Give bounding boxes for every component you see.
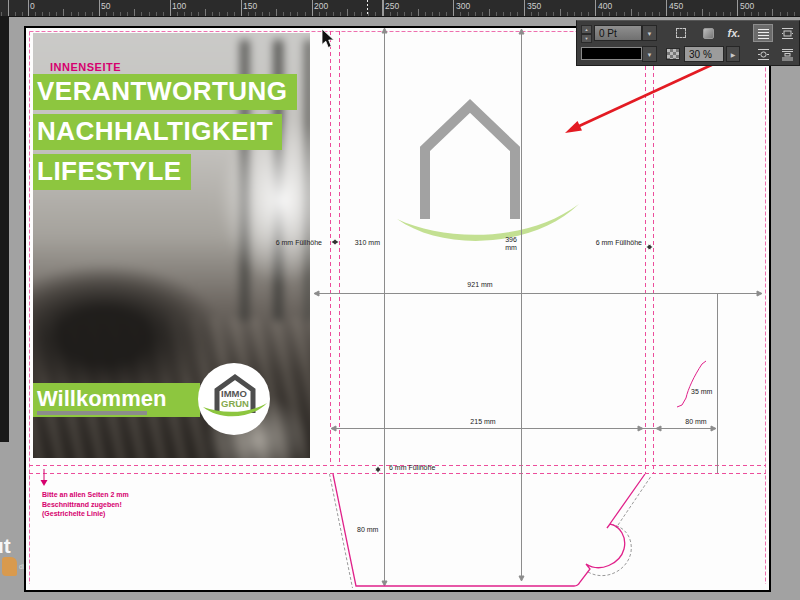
logo-text-gruen: GRÜN bbox=[221, 398, 249, 409]
ruler-label: 150 bbox=[243, 1, 257, 11]
opacity-apply-icon[interactable]: ▶ bbox=[726, 46, 740, 62]
transparency-checker-icon[interactable] bbox=[666, 48, 680, 60]
left-dock-strip bbox=[0, 16, 9, 442]
immogruen-logo-badge: IMMO GRÜN bbox=[198, 363, 270, 435]
measure-80-bottom: 80 mm bbox=[357, 526, 378, 533]
ruler-label: 50 bbox=[101, 1, 110, 11]
swatch-dropdown-icon[interactable]: ▼ bbox=[642, 46, 657, 62]
wrap-bounding-box-icon[interactable] bbox=[777, 24, 797, 42]
no-text-wrap-icon[interactable] bbox=[753, 24, 773, 42]
mouse-cursor-icon bbox=[321, 28, 336, 49]
ruler-position-marker bbox=[367, 0, 368, 16]
measure-80-right: 80 mm bbox=[666, 418, 726, 425]
bleed-note: Bitte an allen Seiten 2 mm Beschnittrand… bbox=[42, 490, 129, 519]
stroke-weight-field[interactable]: 0 Pt bbox=[594, 25, 642, 41]
ruler-label: 250 bbox=[385, 1, 399, 11]
measure-396-value: 396 bbox=[497, 236, 525, 243]
watermark-logo-fragment bbox=[2, 557, 17, 576]
ruler-label: 500 bbox=[740, 1, 754, 11]
stroke-weight-dropdown-icon[interactable]: ▼ bbox=[642, 25, 657, 41]
drop-shadow-icon[interactable] bbox=[699, 25, 717, 41]
jump-object-icon[interactable] bbox=[777, 45, 797, 63]
ruler-label: 300 bbox=[456, 1, 470, 11]
headline-block: VERANTWORTUNG NACHHALTIGKEIT LIFESTYLE bbox=[33, 74, 297, 190]
stepper-down-icon[interactable]: ▼ bbox=[581, 34, 592, 43]
control-panel: ▲ ▼ 0 Pt ▼ fx. ▼ bbox=[576, 20, 800, 66]
ruler-label: 0 bbox=[30, 1, 35, 11]
measure-fill-left: 6 mm Füllhöhe bbox=[252, 239, 322, 246]
headline-bar: LIFESTYLE bbox=[33, 154, 191, 190]
headline-bar: VERANTWORTUNG bbox=[33, 74, 297, 110]
application-window: ut di INNENSEITE VERANTWORTUNG NACHHALTI… bbox=[0, 0, 800, 600]
welcome-band: Willkommen bbox=[33, 383, 200, 417]
measure-396-unit: mm bbox=[497, 244, 525, 251]
ruler-label: 200 bbox=[314, 1, 328, 11]
measure-fill-right: 6 mm Füllhöhe bbox=[572, 239, 642, 246]
wrap-object-shape-icon[interactable] bbox=[753, 45, 773, 63]
measure-35: 35 mm bbox=[691, 388, 712, 395]
immogruen-logo-icon: IMMO GRÜN bbox=[198, 363, 270, 435]
ruler-label: 350 bbox=[527, 1, 541, 11]
welcome-underline bbox=[37, 411, 147, 415]
stroke-style-icon[interactable] bbox=[672, 25, 690, 41]
ruler-label: 100 bbox=[172, 1, 186, 11]
bleed-note-line: Bitte an allen Seiten 2 mm bbox=[42, 490, 129, 500]
measure-215: 215 mm bbox=[453, 418, 513, 425]
horizontal-ruler: 0 50 100 150 200 250 300 350 400 450 500 bbox=[0, 0, 800, 17]
ruler-label: 450 bbox=[669, 1, 683, 11]
measure-total-width: 921 mm bbox=[450, 281, 510, 288]
welcome-text: Willkommen bbox=[37, 386, 166, 412]
kicker-label: INNENSEITE bbox=[50, 61, 121, 73]
bleed-note-line: (Gestrichelte Linie) bbox=[42, 509, 129, 519]
stroke-color-swatch[interactable] bbox=[581, 47, 642, 60]
measure-310: 310 mm bbox=[344, 239, 380, 246]
bleed-note-line: Beschnittrand zugeben! bbox=[42, 500, 129, 510]
stepper-up-icon[interactable]: ▲ bbox=[581, 25, 592, 34]
ruler-label: 400 bbox=[598, 1, 612, 11]
measure-fill-bottom: 6 mm Füllhöhe bbox=[389, 464, 435, 471]
headline-bar: NACHHALTIGKEIT bbox=[33, 114, 282, 150]
stroke-weight-stepper[interactable]: ▲ ▼ bbox=[581, 25, 592, 41]
watermark-text: ut bbox=[0, 534, 11, 558]
effects-fx-button[interactable]: fx. bbox=[723, 25, 745, 41]
opacity-field[interactable]: 30 % bbox=[684, 46, 724, 62]
